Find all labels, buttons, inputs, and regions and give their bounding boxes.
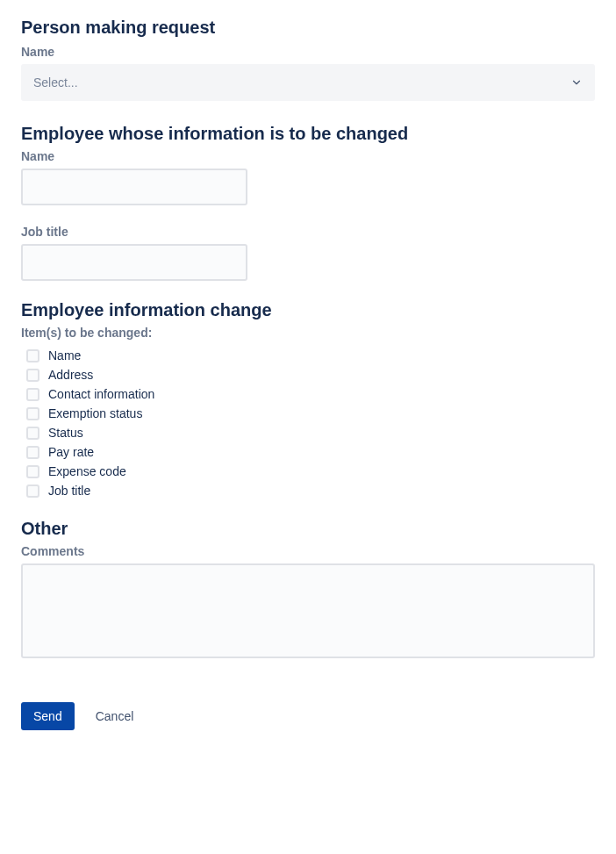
list-item: Pay rate <box>26 445 595 459</box>
checkbox-label[interactable]: Exemption status <box>48 406 142 420</box>
cancel-button[interactable]: Cancel <box>92 702 138 730</box>
list-item: Exemption status <box>26 406 595 420</box>
change-heading: Employee information change <box>21 300 595 320</box>
list-item: Name <box>26 348 595 362</box>
requester-heading: Person making request <box>21 18 595 38</box>
send-button[interactable]: Send <box>21 702 75 730</box>
checkbox-label[interactable]: Contact information <box>48 387 154 401</box>
list-item: Address <box>26 368 595 382</box>
change-items-list: Name Address Contact information Exempti… <box>21 348 595 498</box>
checkbox-name[interactable] <box>26 349 39 362</box>
items-to-change-label: Item(s) to be changed: <box>21 326 595 340</box>
checkbox-pay-rate[interactable] <box>26 446 39 459</box>
comments-label: Comments <box>21 544 595 558</box>
employee-jobtitle-label: Job title <box>21 225 595 239</box>
chevron-down-icon <box>570 76 583 89</box>
requester-name-label: Name <box>21 45 595 59</box>
checkbox-address[interactable] <box>26 369 39 382</box>
other-heading: Other <box>21 519 595 539</box>
checkbox-label[interactable]: Name <box>48 348 81 362</box>
list-item: Expense code <box>26 464 595 478</box>
checkbox-status[interactable] <box>26 427 39 440</box>
list-item: Contact information <box>26 387 595 401</box>
employee-name-input[interactable] <box>21 169 247 205</box>
employee-heading: Employee whose information is to be chan… <box>21 124 595 144</box>
checkbox-label[interactable]: Pay rate <box>48 445 94 459</box>
requester-name-select[interactable]: Select... <box>21 64 595 101</box>
checkbox-expense-code[interactable] <box>26 465 39 478</box>
list-item: Status <box>26 426 595 440</box>
select-placeholder: Select... <box>33 75 78 90</box>
list-item: Job title <box>26 484 595 498</box>
checkbox-exemption-status[interactable] <box>26 407 39 420</box>
checkbox-contact-information[interactable] <box>26 388 39 401</box>
employee-jobtitle-input[interactable] <box>21 244 247 281</box>
checkbox-job-title[interactable] <box>26 484 39 498</box>
checkbox-label[interactable]: Expense code <box>48 464 126 478</box>
checkbox-label[interactable]: Status <box>48 426 83 440</box>
action-buttons: Send Cancel <box>21 702 595 730</box>
checkbox-label[interactable]: Job title <box>48 484 90 498</box>
checkbox-label[interactable]: Address <box>48 368 93 382</box>
employee-name-label: Name <box>21 149 595 163</box>
comments-textarea[interactable] <box>21 563 595 658</box>
